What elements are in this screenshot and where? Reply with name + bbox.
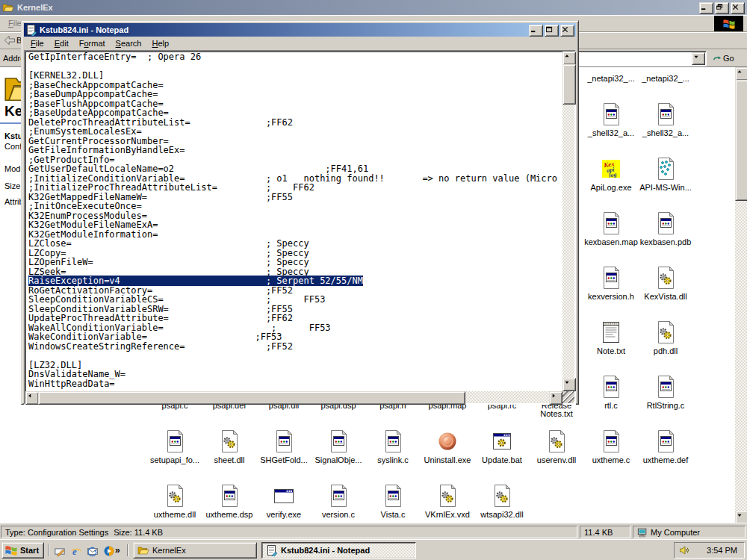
file-label: Note.txt — [584, 347, 638, 355]
svg-text:log: log — [609, 171, 617, 178]
notepad-scroll-left[interactable] — [25, 391, 39, 405]
file-label: verify.exe — [257, 511, 311, 519]
file-item[interactable]: _netapi32_... — [639, 67, 692, 83]
file-label: kexbasen.pdb — [639, 238, 692, 246]
chevron-down-icon[interactable] — [692, 52, 705, 65]
file-label: setupapi_fo... — [148, 456, 202, 464]
file-item[interactable]: verify.exe — [257, 484, 311, 519]
file-item[interactable]: wtsapi32.dll — [475, 484, 529, 519]
notepad-vscroll-thumb[interactable] — [562, 64, 576, 105]
start-button[interactable]: Start — [1, 542, 44, 559]
go-button[interactable]: Go — [710, 51, 737, 65]
file-item[interactable]: uxtheme.dsp — [202, 484, 256, 519]
doc-file-icon — [654, 429, 678, 453]
file-item[interactable]: setupapi_fo... — [148, 429, 202, 464]
notepad-line: GetFileInformationByHandleEx= — [28, 146, 562, 155]
task-button-notepad[interactable]: Kstub824.ini - Notepad — [261, 542, 416, 559]
notepad-maximize-button[interactable] — [545, 25, 559, 37]
file-item[interactable]: RtlString.c — [639, 375, 692, 410]
notepad-line — [28, 351, 562, 361]
desktop: KernelEx File Back Address Go KernelEx K… — [0, 0, 747, 560]
notepad-hscroll-thumb[interactable] — [38, 391, 465, 405]
folder-icon — [2, 1, 14, 13]
uninstall-file-icon — [436, 429, 459, 453]
notepad-titlebar: Kstub824.ini - Notepad — [24, 23, 576, 37]
file-item[interactable]: Update.bat — [475, 429, 529, 464]
file-item[interactable]: uxtheme.dll — [148, 484, 202, 519]
scroll-thumb[interactable] — [735, 80, 747, 201]
file-item[interactable]: pdh.dll — [639, 320, 692, 355]
task-label: Kstub824.ini - Notepad — [281, 546, 370, 555]
tray-clock[interactable]: 3:54 PM — [707, 546, 737, 555]
file-item[interactable]: _shell32_a... — [639, 102, 692, 137]
file-label: _netapi32_... — [584, 75, 638, 83]
file-item[interactable]: sheet.dll — [202, 429, 256, 464]
show-desktop-icon[interactable] — [54, 545, 66, 557]
task-button-kernelex[interactable]: KernelEx — [133, 542, 257, 559]
notepad-line: ;BaseUpdateAppcompatCache= — [28, 108, 562, 118]
file-item[interactable]: API-MS-Win... — [639, 157, 692, 192]
dll-file-icon — [490, 484, 514, 508]
taskbar-separator — [48, 544, 49, 556]
file-item[interactable]: rtl.c — [584, 375, 638, 410]
file-item[interactable]: KexapilogApiLog.exe — [584, 157, 638, 192]
file-item[interactable]: kexbasen.pdb — [639, 211, 692, 246]
notepad-line: LZOpenFileW= ; Speccy — [28, 258, 562, 267]
scroll-up-button[interactable] — [735, 67, 747, 81]
internet-explorer-icon[interactable]: e — [70, 545, 82, 557]
menu-file[interactable]: File — [25, 37, 49, 49]
file-item[interactable]: Uninstall.exe — [421, 429, 474, 464]
file-label: API-MS-Win... — [639, 184, 692, 192]
dll-file-icon — [654, 266, 678, 290]
explorer-scrollbar[interactable] — [735, 67, 747, 523]
file-item[interactable]: syslink.c — [366, 429, 420, 464]
file-item[interactable]: SignalObje... — [311, 429, 365, 464]
kernelex-titlebar: KernelEx — [0, 0, 747, 15]
start-label: Start — [20, 546, 39, 555]
notepad-line: GetUserDefaultLocaleName=o2 ;FF41,61 — [28, 164, 562, 174]
menu-edit[interactable]: Edit — [49, 37, 74, 49]
file-item[interactable]: kexbasen.map — [584, 211, 638, 246]
file-item[interactable]: SHGetFold... — [257, 429, 311, 464]
quick-launch-overflow[interactable]: » — [115, 545, 120, 556]
file-label: uxtheme.def — [639, 456, 692, 464]
notepad-scroll-down[interactable] — [562, 378, 576, 391]
file-item[interactable]: kexversion.h — [584, 266, 638, 301]
file-item[interactable]: Note.txt — [584, 320, 638, 355]
resize-grip[interactable] — [562, 391, 574, 403]
notepad-hscrollbar[interactable] — [25, 391, 562, 403]
notepad-close-button[interactable] — [560, 25, 574, 37]
status-size-panel: 11.4 KB — [580, 526, 630, 538]
volume-icon[interactable] — [678, 544, 690, 556]
notepad-text[interactable]: GetIpInterfaceEntry= ; Opera 26[KERNEL32… — [26, 52, 562, 391]
media-player-icon[interactable] — [103, 545, 115, 557]
menu-format[interactable]: Format — [74, 37, 111, 49]
file-item[interactable]: version.c — [311, 484, 365, 519]
start-flag-icon — [4, 544, 19, 556]
windows-logo-throbber — [714, 16, 743, 31]
file-item[interactable]: userenv.dll — [530, 429, 583, 464]
notepad-vscrollbar[interactable] — [562, 52, 574, 391]
notepad-menubar: FileEditFormatSearchHelp — [24, 37, 576, 50]
minimize-button[interactable] — [699, 2, 713, 14]
menu-search[interactable]: Search — [111, 37, 147, 49]
close-icon[interactable] — [731, 2, 745, 14]
notepad-scroll-right[interactable] — [549, 391, 562, 405]
file-item[interactable]: _netapi32_... — [584, 67, 638, 83]
taskbar-separator — [127, 544, 128, 556]
file-item[interactable]: VKrnlEx.vxd — [421, 484, 474, 519]
file-label: SignalObje... — [311, 456, 365, 464]
outlook-express-icon[interactable] — [87, 545, 99, 557]
file-label: RtlString.c — [639, 402, 692, 410]
file-item[interactable]: uxtheme.def — [639, 429, 692, 464]
file-item[interactable]: KexVista.dll — [639, 266, 692, 301]
txt-file-icon — [599, 320, 623, 344]
notepad-minimize-button[interactable] — [529, 25, 543, 37]
file-item[interactable]: uxtheme.c — [584, 429, 638, 464]
restore-button[interactable] — [715, 2, 729, 14]
file-item[interactable]: Vista.c — [366, 484, 420, 519]
menu-help[interactable]: Help — [146, 37, 174, 49]
notepad-scroll-up[interactable] — [562, 52, 576, 65]
file-item[interactable]: _shell32_a... — [584, 102, 638, 137]
notepad-line: WinHttpReadData= — [28, 379, 562, 389]
